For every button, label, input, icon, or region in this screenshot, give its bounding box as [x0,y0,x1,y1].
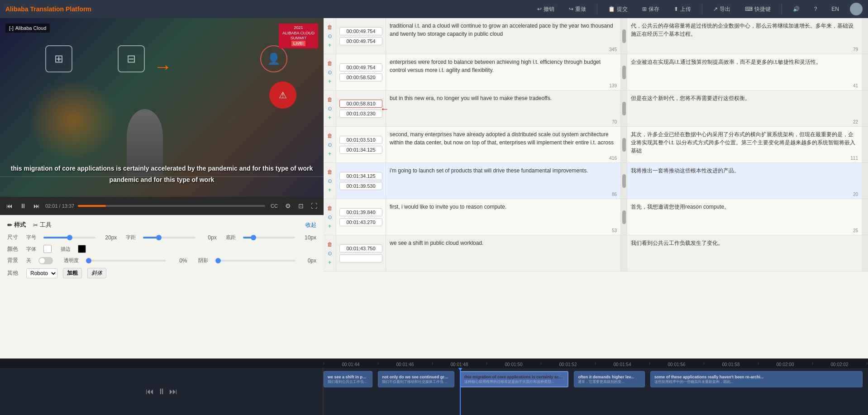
font-color-swatch[interactable] [43,245,52,253]
collapse-button[interactable]: 收起 [305,221,316,229]
start-time-input[interactable] [339,100,382,108]
start-time-input[interactable] [339,208,382,216]
subtitle-row: 🗑 ⊙ + first, i would like to invite you … [324,199,868,235]
source-text[interactable]: i'm going to launch set of products that… [390,167,617,185]
copy-button[interactable]: ⊙ [327,250,333,257]
copy-button[interactable]: ⊙ [327,214,333,221]
transport-next[interactable]: ⏭ [169,387,177,396]
source-text[interactable]: enterprises were forced to balance betwe… [390,58,617,76]
end-time-input[interactable] [339,146,382,154]
end-time-input[interactable] [339,37,382,45]
copy-button[interactable]: ⊙ [327,105,333,112]
bold-button[interactable]: 加粗 [63,268,82,278]
scroll-handle[interactable] [622,174,626,188]
export-button[interactable]: ↗ 导出 [710,4,734,15]
font-size-slider[interactable] [43,237,95,239]
clip-block[interactable]: some of these applications really haven'… [650,371,863,387]
source-text[interactable]: but in this new era, no longer you will … [390,94,617,112]
delete-button[interactable]: 🗑 [327,241,333,248]
add-button[interactable]: + [328,78,332,85]
copy-button[interactable]: ⊙ [327,177,333,185]
scroll-handle[interactable] [622,66,626,79]
delete-button[interactable]: 🗑 [327,96,333,103]
add-button[interactable]: + [328,259,332,266]
add-button[interactable]: + [328,223,332,230]
tab-tools[interactable]: ✂ 工具 [33,221,52,229]
source-text[interactable]: first, i would like to invite you to rea… [390,203,617,221]
shortcuts-button[interactable]: ⌨ 快捷键 [741,4,774,15]
clip-block[interactable]: we see a shift in publi... 我们看到公共云工作负... [324,371,372,387]
copy-button[interactable]: ⊙ [327,141,333,148]
scroll-handle[interactable] [622,102,626,115]
bottom-slider[interactable] [243,237,295,239]
end-time-input[interactable] [339,182,382,190]
save-button[interactable]: ⊞ 保存 [639,4,663,15]
tab-style[interactable]: ✏ 样式 [7,221,26,229]
delete-button[interactable]: 🗑 [327,132,333,139]
scroll-handle[interactable] [622,138,626,152]
undo-button[interactable]: ↩ 撤销 [534,4,558,15]
lang-button[interactable]: EN [828,4,843,14]
translation-text[interactable]: 其次，许多企业已经在数据中心内采用了分布式的横向扩展系统架构，但现在最重要的是，… [631,130,858,155]
pip-button[interactable]: ⊡ [296,201,305,210]
redo-button[interactable]: ↪ 重做 [565,4,590,15]
scroll-handle[interactable] [622,210,626,224]
start-time-input[interactable] [339,244,382,253]
italic-button[interactable]: 斜体 [87,268,106,278]
scroll-handle[interactable] [622,29,626,43]
upload-button[interactable]: ⬆ 上传 [670,4,695,15]
source-text[interactable]: we see a shift in public cloud workload. [390,239,617,257]
start-time-input[interactable] [339,172,382,180]
clip-block[interactable]: not only do we see continued growth of m… [378,371,454,387]
clip-block[interactable]: often it demands higher lev... 通常，它需要更高级… [574,371,644,387]
transport-prev[interactable]: ⏮ [146,387,154,396]
skip-back-button[interactable]: ⏮ [5,201,14,210]
transport-play[interactable]: ⏸ [157,387,166,396]
play-pause-button[interactable]: ⏸ [18,201,28,210]
end-time-input[interactable] [339,73,382,81]
font-select[interactable]: Roboto [26,268,57,278]
clip-title: often it demands higher lev... [578,375,640,379]
source-text[interactable]: second, many enterprises have already ad… [390,130,617,148]
add-button[interactable]: + [328,186,332,194]
add-button[interactable]: + [328,42,332,49]
submit-button[interactable]: 📋 提交 [605,4,631,15]
translation-text[interactable]: 我们看到公共云工作负载发生了变化。 [631,239,858,257]
start-time-input[interactable] [339,27,382,35]
copy-button[interactable]: ⊙ [327,69,333,76]
opacity-slider[interactable] [86,260,166,262]
stroke-color-swatch[interactable] [78,245,86,253]
row-actions: 🗑 ⊙ + [324,54,336,90]
caption-button[interactable]: CC [269,202,280,210]
delete-button[interactable]: 🗑 [327,24,333,31]
shadow-slider[interactable] [215,260,296,262]
start-time-input[interactable] [339,63,382,72]
settings-icon[interactable]: ⚙ [283,201,293,210]
help-button[interactable]: ? [811,4,821,14]
delete-button[interactable]: 🗑 [327,168,333,176]
delete-button[interactable]: 🗑 [327,205,333,212]
translation-text[interactable]: 但是在这个新时代，您将不再需要进行这些权衡。 [631,94,858,112]
translation-text[interactable]: 首先，我想邀请您使用reason compute。 [631,203,858,221]
clip-block-active[interactable]: this migration of core applications is c… [460,371,569,387]
end-time-input[interactable] [339,218,382,226]
end-time-input[interactable] [339,254,382,262]
delete-button[interactable]: 🗑 [327,60,333,67]
fullscreen-button[interactable]: ⛶ [309,201,319,210]
add-button[interactable]: + [328,114,332,121]
translation-text[interactable]: 代，公共云的存储容量将超过传统的企业数据中心，那么云将继续加速增长。多年来，基础… [631,22,858,40]
translation-text[interactable]: 企业被迫在实现高i.t.通过预算控制提高效率，而不是更多的i.t.敏捷性和灵活性… [631,58,858,76]
progress-bar[interactable] [78,205,265,207]
translation-text[interactable]: 我将推出一套将推动这些根本性改进的产品。 [631,167,858,185]
end-time-input[interactable] [339,110,382,118]
source-text[interactable]: traditional i.t. and a cloud will contin… [390,22,617,40]
skip-forward-button[interactable]: ⏭ [32,201,42,210]
start-time-input[interactable] [339,136,382,144]
font-label: 字体 [26,246,36,253]
user-avatar[interactable] [850,3,863,15]
letter-spacing-slider[interactable] [143,237,195,239]
audio-button[interactable]: 🔊 [789,4,803,14]
add-button[interactable]: + [328,150,332,157]
bg-toggle[interactable] [38,257,53,264]
copy-button[interactable]: ⊙ [327,33,333,40]
